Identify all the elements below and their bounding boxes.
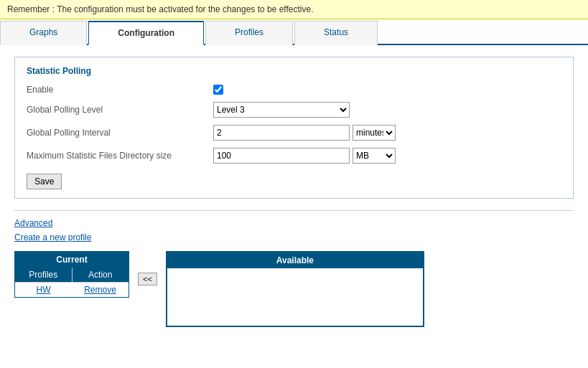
arrow-btn-area: <<	[135, 273, 160, 286]
max-dir-size-control: MB GB	[213, 148, 396, 164]
remove-link[interactable]: Remove	[84, 285, 116, 295]
move-left-button[interactable]: <<	[138, 273, 157, 286]
polling-level-select[interactable]: Level 3 Level 1 Level 2 Level 4	[213, 102, 350, 118]
save-button[interactable]: Save	[27, 174, 62, 189]
statistic-polling-section: Statistic Polling Enable Global Polling …	[14, 57, 574, 199]
polling-interval-input[interactable]	[213, 125, 350, 141]
enable-label: Enable	[27, 85, 213, 95]
max-dir-size-row: Maximum Statistic Files Directory size M…	[27, 148, 561, 164]
table-subheaders: Profiles Action	[15, 268, 129, 282]
enable-control	[213, 85, 223, 95]
notice-bar: Remember : The configuration must be act…	[0, 0, 588, 19]
max-dir-size-label: Maximum Statistic Files Directory size	[27, 151, 213, 161]
polling-interval-label: Global Polling Interval	[27, 128, 213, 138]
current-table: Current Profiles Action HW Remove	[14, 251, 129, 298]
col-action: Action	[73, 268, 129, 282]
col-profiles: Profiles	[15, 268, 73, 282]
tab-profiles[interactable]: Profiles	[205, 21, 293, 45]
advanced-link[interactable]: Advanced	[14, 218, 52, 228]
main-content: Statistic Polling Enable Global Polling …	[0, 45, 588, 339]
profile-cell: HW	[15, 283, 72, 297]
polling-interval-row: Global Polling Interval minutes seconds	[27, 125, 561, 141]
max-dir-size-unit-select[interactable]: MB GB	[353, 148, 396, 164]
available-content	[167, 268, 423, 326]
current-header: Current	[15, 252, 129, 268]
section-title: Statistic Polling	[27, 66, 561, 76]
polling-level-control: Level 3 Level 1 Level 2 Level 4	[213, 102, 350, 118]
divider	[14, 210, 574, 211]
polling-level-row: Global Polling Level Level 3 Level 1 Lev…	[27, 102, 561, 118]
available-box: Available	[166, 251, 424, 327]
polling-interval-unit-select[interactable]: minutes seconds	[353, 125, 396, 141]
create-profile-link[interactable]: Create a new profile	[14, 232, 91, 242]
hw-link[interactable]: HW	[37, 285, 51, 295]
tab-graphs[interactable]: Graphs	[0, 21, 87, 45]
available-header: Available	[167, 253, 423, 268]
enable-checkbox[interactable]	[213, 85, 223, 95]
tab-configuration[interactable]: Configuration	[88, 21, 204, 45]
profiles-area: Current Profiles Action HW Remove << Ava…	[14, 251, 574, 327]
tab-bar: Graphs Configuration Profiles Status	[0, 19, 588, 45]
polling-interval-control: minutes seconds	[213, 125, 396, 141]
enable-row: Enable	[27, 85, 561, 95]
polling-level-label: Global Polling Level	[27, 105, 213, 115]
max-dir-size-input[interactable]	[213, 148, 350, 164]
action-cell: Remove	[72, 283, 129, 297]
notice-text: Remember : The configuration must be act…	[7, 4, 313, 14]
table-row: HW Remove	[15, 282, 129, 297]
tab-status[interactable]: Status	[294, 21, 378, 45]
